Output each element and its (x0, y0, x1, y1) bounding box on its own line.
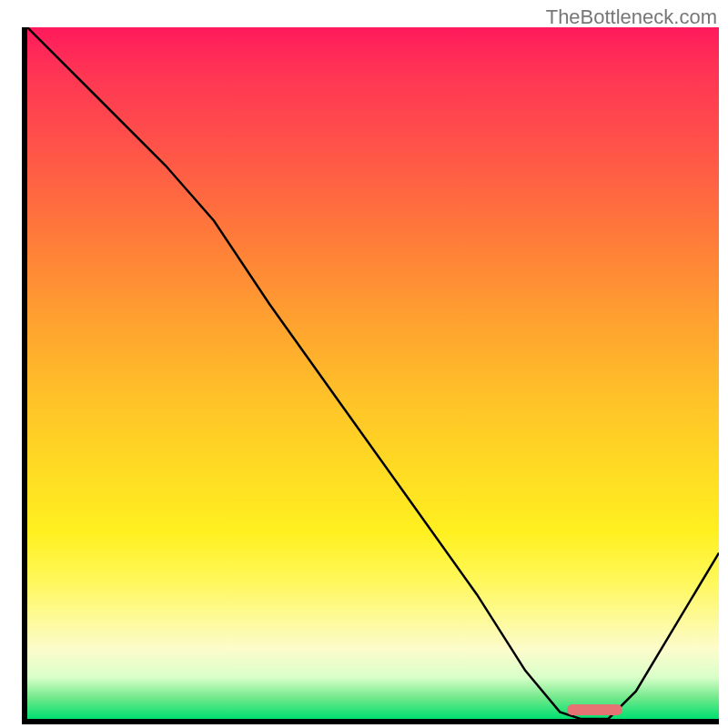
curve-svg (27, 27, 719, 719)
bottleneck-curve (27, 27, 719, 719)
plot-area (27, 27, 719, 719)
chart-container: TheBottleneck.com (0, 0, 728, 728)
watermark-text: TheBottleneck.com (546, 5, 717, 29)
y-axis (22, 27, 27, 719)
optimal-range-marker (567, 704, 622, 715)
x-axis (22, 719, 719, 724)
